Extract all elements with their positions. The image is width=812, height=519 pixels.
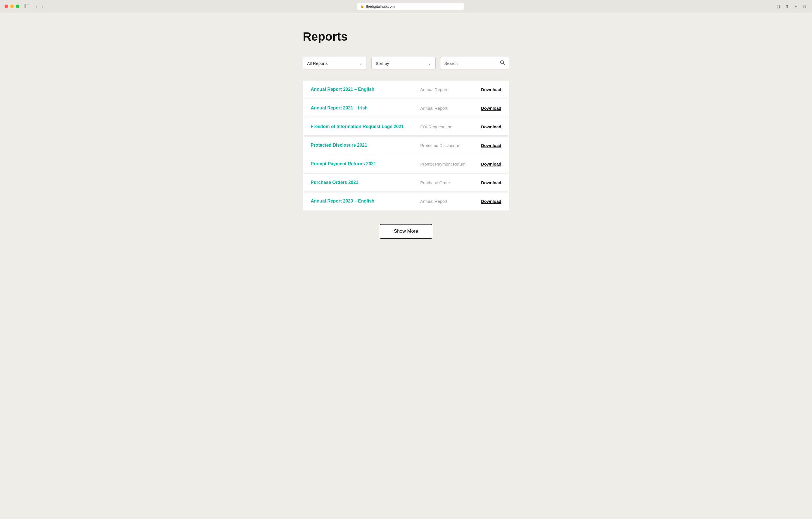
svg-rect-1	[27, 4, 29, 5]
tabs-button[interactable]: ⧉	[801, 3, 808, 9]
traffic-light-green[interactable]	[16, 4, 20, 8]
report-category: Annual Report	[420, 106, 481, 111]
reports-wrapper: Annual Report 2021 – English Annual Repo…	[303, 81, 509, 211]
new-tab-button[interactable]: +	[793, 3, 799, 9]
download-button[interactable]: Download	[481, 87, 501, 92]
sidebar-toggle-button[interactable]	[23, 3, 31, 9]
download-button[interactable]: Download	[481, 143, 501, 148]
svg-rect-0	[25, 4, 26, 8]
browser-navigation: ‹ ›	[34, 3, 45, 9]
page-content: Reports All Reports ⌄ Sort by ⌄ Annual R…	[296, 13, 516, 261]
half-moon-button[interactable]: ◑	[776, 3, 781, 9]
report-title-link[interactable]: Prompt Payment Returns 2021	[311, 161, 420, 166]
category-filter[interactable]: All Reports ⌄	[303, 57, 367, 70]
report-row: Prompt Payment Returns 2021 Prompt Payme…	[303, 155, 509, 173]
address-bar[interactable]: 🔒 thedigitalhub.com	[357, 3, 464, 10]
traffic-lights	[4, 4, 20, 8]
browser-actions: ◑ ⬆ + ⧉	[776, 3, 808, 9]
filters-row: All Reports ⌄ Sort by ⌄	[303, 57, 509, 70]
report-title-link[interactable]: Purchase Orders 2021	[311, 180, 420, 185]
category-chevron-icon: ⌄	[359, 61, 362, 65]
sort-filter[interactable]: Sort by ⌄	[371, 57, 435, 70]
report-row: Purchase Orders 2021 Purchase Order Down…	[303, 173, 509, 192]
report-row: Annual Report 2020 – English Annual Repo…	[303, 192, 509, 210]
search-icon-button[interactable]	[500, 60, 505, 66]
search-input[interactable]	[444, 61, 500, 66]
download-button[interactable]: Download	[481, 199, 501, 203]
search-box[interactable]	[440, 57, 509, 70]
sort-filter-value: Sort by	[376, 61, 389, 66]
download-button[interactable]: Download	[481, 125, 501, 129]
report-title-link[interactable]: Freedom of Information Request Logs 2021	[311, 124, 420, 129]
report-category: Protected Disclosure	[420, 143, 481, 148]
report-category: Annual Report	[420, 87, 481, 92]
report-title-link[interactable]: Annual Report 2021 – Irish	[311, 106, 420, 111]
lock-icon: 🔒	[360, 4, 364, 8]
sort-chevron-icon: ⌄	[428, 61, 431, 65]
svg-rect-3	[27, 7, 29, 7]
download-button[interactable]: Download	[481, 162, 501, 166]
svg-line-5	[503, 63, 505, 65]
browser-chrome: ‹ › 🔒 thedigitalhub.com ◑ ⬆ + ⧉	[0, 0, 812, 13]
report-title-link[interactable]: Annual Report 2021 – English	[311, 87, 420, 92]
show-more-container: Show More	[303, 224, 509, 239]
category-filter-value: All Reports	[307, 61, 328, 66]
report-row: Freedom of Information Request Logs 2021…	[303, 118, 509, 136]
page-title: Reports	[303, 30, 509, 44]
url-text: thedigitalhub.com	[366, 4, 395, 8]
report-category: FOI Request Log	[420, 125, 481, 129]
report-category: Annual Report	[420, 199, 481, 203]
download-button[interactable]: Download	[481, 106, 501, 111]
report-category: Prompt Payment Return	[420, 162, 481, 166]
reports-list: Annual Report 2021 – English Annual Repo…	[303, 81, 509, 211]
forward-button[interactable]: ›	[40, 3, 45, 9]
show-more-button[interactable]: Show More	[380, 224, 432, 239]
report-title-link[interactable]: Annual Report 2020 – English	[311, 198, 420, 203]
traffic-light-yellow[interactable]	[10, 4, 14, 8]
report-category: Purchase Order	[420, 180, 481, 185]
traffic-light-red[interactable]	[4, 4, 8, 8]
report-row: Protected Disclosure 2021 Protected Disc…	[303, 136, 509, 154]
share-button[interactable]: ⬆	[784, 3, 790, 9]
svg-rect-2	[27, 6, 29, 6]
report-row: Annual Report 2021 – English Annual Repo…	[303, 81, 509, 99]
report-row: Annual Report 2021 – Irish Annual Report…	[303, 99, 509, 117]
back-button[interactable]: ‹	[34, 3, 39, 9]
report-title-link[interactable]: Protected Disclosure 2021	[311, 143, 420, 148]
download-button[interactable]: Download	[481, 180, 501, 185]
